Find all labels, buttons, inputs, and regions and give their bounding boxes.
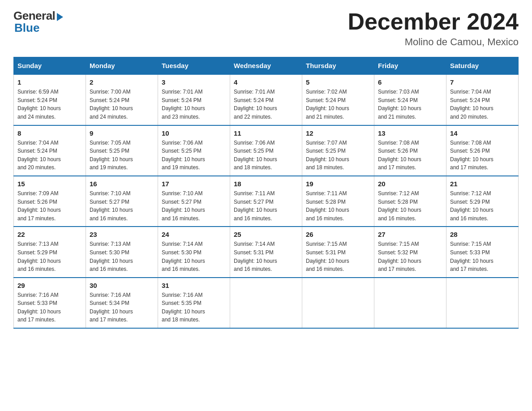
column-header-tuesday: Tuesday (158, 57, 230, 75)
day-info: Sunrise: 7:15 AM Sunset: 5:31 PM Dayligh… (306, 240, 370, 273)
day-number: 19 (306, 180, 370, 188)
calendar-week-row: 29Sunrise: 7:16 AM Sunset: 5:33 PM Dayli… (14, 278, 519, 328)
page-header: General Blue December 2024 Molino de Cam… (13, 9, 519, 48)
calendar-cell: 18Sunrise: 7:11 AM Sunset: 5:27 PM Dayli… (230, 176, 302, 227)
day-info: Sunrise: 7:08 AM Sunset: 5:26 PM Dayligh… (450, 139, 515, 172)
calendar-cell: 23Sunrise: 7:13 AM Sunset: 5:30 PM Dayli… (86, 227, 158, 277)
day-number: 18 (234, 180, 298, 188)
day-info: Sunrise: 7:10 AM Sunset: 5:27 PM Dayligh… (162, 189, 226, 223)
calendar-cell: 4Sunrise: 7:01 AM Sunset: 5:24 PM Daylig… (230, 74, 302, 125)
day-info: Sunrise: 7:12 AM Sunset: 5:29 PM Dayligh… (450, 189, 515, 223)
day-info: Sunrise: 7:04 AM Sunset: 5:24 PM Dayligh… (450, 88, 515, 121)
day-number: 22 (17, 231, 82, 238)
day-number: 29 (17, 282, 82, 289)
day-info: Sunrise: 7:13 AM Sunset: 5:30 PM Dayligh… (90, 240, 154, 273)
calendar-cell: 13Sunrise: 7:08 AM Sunset: 5:26 PM Dayli… (374, 125, 446, 176)
calendar-cell: 30Sunrise: 7:16 AM Sunset: 5:34 PM Dayli… (86, 278, 158, 328)
calendar-cell (302, 278, 374, 328)
calendar-cell: 17Sunrise: 7:10 AM Sunset: 5:27 PM Dayli… (158, 176, 230, 227)
calendar-cell: 22Sunrise: 7:13 AM Sunset: 5:29 PM Dayli… (14, 227, 86, 277)
logo-blue-text: Blue (14, 21, 39, 35)
month-title: December 2024 (348, 9, 519, 34)
day-number: 1 (17, 78, 82, 86)
day-number: 15 (17, 180, 82, 188)
day-info: Sunrise: 7:16 AM Sunset: 5:34 PM Dayligh… (90, 291, 154, 324)
calendar-cell: 6Sunrise: 7:03 AM Sunset: 5:24 PM Daylig… (374, 74, 446, 125)
calendar-cell: 25Sunrise: 7:14 AM Sunset: 5:31 PM Dayli… (230, 227, 302, 277)
calendar-table: SundayMondayTuesdayWednesdayThursdayFrid… (13, 57, 519, 329)
day-info: Sunrise: 7:16 AM Sunset: 5:35 PM Dayligh… (162, 291, 226, 324)
calendar-cell: 21Sunrise: 7:12 AM Sunset: 5:29 PM Dayli… (446, 176, 519, 227)
day-info: Sunrise: 7:08 AM Sunset: 5:26 PM Dayligh… (378, 139, 442, 172)
day-info: Sunrise: 7:01 AM Sunset: 5:24 PM Dayligh… (234, 88, 298, 121)
calendar-cell: 14Sunrise: 7:08 AM Sunset: 5:26 PM Dayli… (446, 125, 519, 176)
day-number: 8 (17, 129, 82, 137)
day-number: 25 (234, 231, 298, 238)
calendar-cell: 12Sunrise: 7:07 AM Sunset: 5:25 PM Dayli… (302, 125, 374, 176)
day-number: 11 (234, 129, 298, 137)
column-header-wednesday: Wednesday (230, 57, 302, 75)
day-number: 23 (90, 231, 154, 238)
calendar-cell: 20Sunrise: 7:12 AM Sunset: 5:28 PM Dayli… (374, 176, 446, 227)
calendar-cell: 1Sunrise: 6:59 AM Sunset: 5:24 PM Daylig… (14, 74, 86, 125)
logo: General Blue (13, 9, 63, 35)
day-info: Sunrise: 7:09 AM Sunset: 5:26 PM Dayligh… (17, 189, 82, 223)
calendar-cell: 11Sunrise: 7:06 AM Sunset: 5:25 PM Dayli… (230, 125, 302, 176)
calendar-cell (374, 278, 446, 328)
day-info: Sunrise: 7:12 AM Sunset: 5:28 PM Dayligh… (378, 189, 442, 223)
calendar-week-row: 1Sunrise: 6:59 AM Sunset: 5:24 PM Daylig… (14, 74, 519, 125)
day-number: 27 (378, 231, 442, 238)
calendar-cell: 9Sunrise: 7:05 AM Sunset: 5:25 PM Daylig… (86, 125, 158, 176)
calendar-week-row: 15Sunrise: 7:09 AM Sunset: 5:26 PM Dayli… (14, 176, 519, 227)
calendar-cell: 5Sunrise: 7:02 AM Sunset: 5:24 PM Daylig… (302, 74, 374, 125)
day-number: 14 (450, 129, 515, 137)
day-number: 31 (162, 282, 226, 289)
day-number: 3 (162, 78, 226, 86)
day-info: Sunrise: 7:14 AM Sunset: 5:31 PM Dayligh… (234, 240, 298, 273)
logo-triangle-icon (57, 13, 63, 21)
calendar-cell: 24Sunrise: 7:14 AM Sunset: 5:30 PM Dayli… (158, 227, 230, 277)
day-number: 21 (450, 180, 515, 188)
column-header-monday: Monday (86, 57, 158, 75)
column-header-saturday: Saturday (446, 57, 519, 75)
day-info: Sunrise: 7:00 AM Sunset: 5:24 PM Dayligh… (90, 88, 154, 121)
day-info: Sunrise: 7:07 AM Sunset: 5:25 PM Dayligh… (306, 139, 370, 172)
day-number: 17 (162, 180, 226, 188)
day-info: Sunrise: 7:15 AM Sunset: 5:32 PM Dayligh… (378, 240, 442, 273)
day-number: 20 (378, 180, 442, 188)
day-info: Sunrise: 7:05 AM Sunset: 5:25 PM Dayligh… (90, 139, 154, 172)
day-number: 28 (450, 231, 515, 238)
calendar-cell (446, 278, 519, 328)
day-number: 30 (90, 282, 154, 289)
day-number: 9 (90, 129, 154, 137)
calendar-cell: 3Sunrise: 7:01 AM Sunset: 5:24 PM Daylig… (158, 74, 230, 125)
title-block: December 2024 Molino de Camou, Mexico (348, 9, 519, 48)
column-header-friday: Friday (374, 57, 446, 75)
day-info: Sunrise: 7:06 AM Sunset: 5:25 PM Dayligh… (162, 139, 226, 172)
calendar-cell (230, 278, 302, 328)
day-info: Sunrise: 7:01 AM Sunset: 5:24 PM Dayligh… (162, 88, 226, 121)
day-info: Sunrise: 7:15 AM Sunset: 5:33 PM Dayligh… (450, 240, 515, 273)
calendar-week-row: 8Sunrise: 7:04 AM Sunset: 5:24 PM Daylig… (14, 125, 519, 176)
calendar-week-row: 22Sunrise: 7:13 AM Sunset: 5:29 PM Dayli… (14, 227, 519, 277)
calendar-cell: 10Sunrise: 7:06 AM Sunset: 5:25 PM Dayli… (158, 125, 230, 176)
calendar-cell: 2Sunrise: 7:00 AM Sunset: 5:24 PM Daylig… (86, 74, 158, 125)
day-info: Sunrise: 7:11 AM Sunset: 5:28 PM Dayligh… (306, 189, 370, 223)
calendar-cell: 26Sunrise: 7:15 AM Sunset: 5:31 PM Dayli… (302, 227, 374, 277)
calendar-cell: 29Sunrise: 7:16 AM Sunset: 5:33 PM Dayli… (14, 278, 86, 328)
day-info: Sunrise: 6:59 AM Sunset: 5:24 PM Dayligh… (17, 88, 82, 121)
day-number: 6 (378, 78, 442, 86)
location-label: Molino de Camou, Mexico (348, 36, 519, 48)
day-info: Sunrise: 7:13 AM Sunset: 5:29 PM Dayligh… (17, 240, 82, 273)
calendar-cell: 19Sunrise: 7:11 AM Sunset: 5:28 PM Dayli… (302, 176, 374, 227)
day-info: Sunrise: 7:04 AM Sunset: 5:24 PM Dayligh… (17, 139, 82, 172)
day-number: 4 (234, 78, 298, 86)
day-number: 26 (306, 231, 370, 238)
calendar-cell: 15Sunrise: 7:09 AM Sunset: 5:26 PM Dayli… (14, 176, 86, 227)
day-number: 16 (90, 180, 154, 188)
calendar-cell: 8Sunrise: 7:04 AM Sunset: 5:24 PM Daylig… (14, 125, 86, 176)
day-info: Sunrise: 7:02 AM Sunset: 5:24 PM Dayligh… (306, 88, 370, 121)
calendar-cell: 31Sunrise: 7:16 AM Sunset: 5:35 PM Dayli… (158, 278, 230, 328)
day-number: 7 (450, 78, 515, 86)
day-number: 5 (306, 78, 370, 86)
